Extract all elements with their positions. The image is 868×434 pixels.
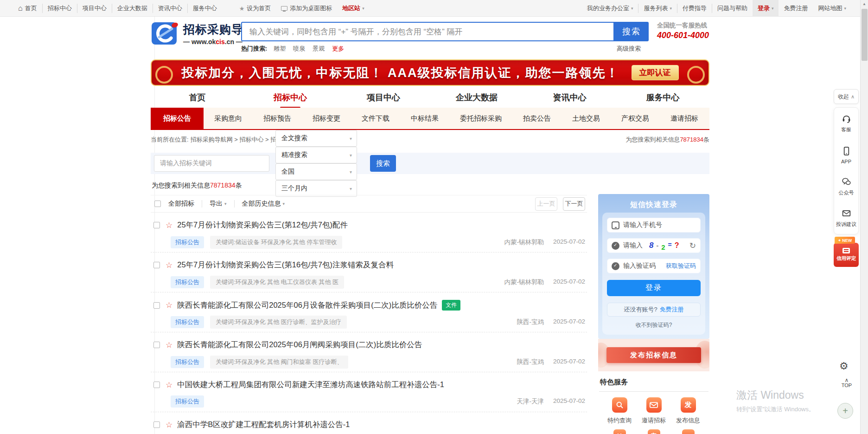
main-search-input[interactable]: 输入关键词，同时包含用 “+” 号隔开，分别包含用 “空格” 隔开	[241, 22, 614, 41]
star-icon[interactable]: ☆	[166, 341, 172, 349]
rail-item-0[interactable]: 客服	[834, 108, 858, 139]
star-icon[interactable]: ☆	[166, 301, 172, 309]
region-select[interactable]: 全国▾	[275, 163, 357, 180]
topbar-right-item-0[interactable]: 我的业务办公室▾	[582, 4, 638, 13]
sub-nav-item-0[interactable]: 招标公告	[151, 108, 204, 129]
service-item-2[interactable]: 发发布信息	[673, 397, 703, 425]
promo-banner[interactable]: 投标加分，入围无忧，中标无阻！ AAA级投标信用认证，助您一路领先！ 立即认证	[151, 59, 709, 86]
precise-search-select[interactable]: 精准搜索▾	[275, 147, 357, 163]
prev-page-button[interactable]: 上一页	[535, 197, 557, 211]
credit-rating-entry[interactable]: ✦NEW 信用评定	[834, 237, 859, 268]
main-nav-item-0[interactable]: 首页	[151, 90, 244, 108]
main-nav-item-1[interactable]: 招标中心	[244, 90, 337, 108]
filter-search-button[interactable]: 搜索	[370, 155, 396, 172]
export-menu[interactable]: 导出▾	[202, 200, 234, 207]
no-code-help-link[interactable]: 收不到验证码?	[607, 321, 701, 329]
page-scrollbar[interactable]: ▲	[860, 0, 868, 434]
row-checkbox[interactable]	[153, 222, 160, 228]
row-checkbox[interactable]	[153, 262, 160, 268]
sub-nav-item-9[interactable]: 产权交易	[611, 108, 660, 129]
sub-nav-item-5[interactable]: 中标结果	[400, 108, 449, 129]
service-item-0[interactable]: 特约查询	[605, 397, 634, 425]
topbar-right-item-2[interactable]: 付费指导	[677, 4, 712, 13]
advanced-search-link[interactable]: 高级搜索	[617, 45, 641, 53]
topbar-left-item-6[interactable]: 设为首页	[234, 4, 276, 13]
main-nav-item-4[interactable]: 资讯中心	[523, 90, 616, 108]
scrollbar-thumb[interactable]	[862, 9, 868, 61]
time-range-select[interactable]: 三个月内▾	[275, 180, 357, 197]
topbar-left-item-2[interactable]: 项目中心	[77, 4, 112, 13]
service-secondary-0[interactable]: V	[605, 429, 634, 434]
category-tag[interactable]: 招标公告	[171, 356, 204, 368]
topbar-left-item-8[interactable]: 地区站▾	[337, 4, 370, 13]
star-icon[interactable]: ☆	[166, 381, 172, 389]
select-all-checkbox[interactable]	[154, 201, 161, 207]
star-icon[interactable]: ☆	[166, 221, 172, 229]
rail-collapse-button[interactable]: 收起 ∧	[834, 89, 859, 104]
announcement-title-link[interactable]: 25年7月份计划物资采购公告三(第16包/共7包)注浆锚索及复合料	[177, 260, 394, 270]
login-button[interactable]: 登录	[607, 280, 701, 296]
sub-nav-item-10[interactable]: 邀请招标	[660, 108, 709, 129]
certify-now-button[interactable]: 立即认证	[632, 65, 679, 80]
announcement-title-link[interactable]: 25年7月份计划物资采购公告三(第12包/共7包)配件	[177, 220, 348, 230]
sub-nav-item-7[interactable]: 拍卖公告	[512, 108, 562, 129]
keyword-filter-input[interactable]: 请输入招标关键词	[154, 155, 269, 172]
topbar-right-item-6[interactable]: 网站地图▾	[813, 4, 851, 13]
topbar-left-item-5[interactable]: 服务中心	[187, 4, 222, 13]
topbar-left-item-4[interactable]: 资讯中心	[153, 4, 187, 13]
select-all-label[interactable]: 全部招标	[161, 200, 202, 207]
history-menu[interactable]: 全部历史信息▾	[234, 200, 293, 207]
settings-gear-icon[interactable]: ⚙	[839, 360, 849, 372]
service-secondary-2[interactable]	[673, 429, 703, 434]
main-nav-item-3[interactable]: 企业大数据	[430, 90, 523, 108]
announcement-title-link[interactable]: 渝西中学B区改扩建工程配套机房计算机补遗公告-1	[177, 420, 350, 430]
topbar-right-item-5[interactable]: 免费注册	[779, 4, 813, 13]
main-nav-item-5[interactable]: 服务中心	[616, 90, 709, 108]
sub-nav-item-2[interactable]: 招标预告	[253, 108, 302, 129]
row-checkbox[interactable]	[153, 302, 160, 309]
topbar-right-item-3[interactable]: 问题与帮助	[712, 4, 753, 13]
category-tag[interactable]: 招标公告	[171, 395, 204, 408]
register-link[interactable]: 免费注册	[660, 305, 684, 314]
rail-item-2[interactable]: 公众号	[834, 171, 858, 202]
sub-nav-item-1[interactable]: 采购意向	[204, 108, 253, 129]
sms-code-input[interactable]: 输入验证码 获取验证码	[607, 259, 701, 273]
main-search-button[interactable]: 搜索	[614, 22, 649, 41]
announcement-title-link[interactable]: 陕西长青能源化工有限公司2025年06月闸阀采购项目(二次)比质比价公告	[177, 340, 422, 350]
get-code-link[interactable]: 获取验证码	[666, 262, 696, 270]
topbar-left-item-3[interactable]: 企业大数据	[112, 4, 153, 13]
row-checkbox[interactable]	[153, 382, 160, 388]
service-secondary-1[interactable]: 定	[639, 429, 669, 434]
phone-input[interactable]: 请输入手机号	[607, 218, 701, 233]
fulltext-search-select[interactable]: 全文搜索▾	[275, 130, 357, 147]
rail-item-3[interactable]: 投诉建议	[834, 202, 858, 234]
topbar-left-item-0[interactable]: 首页	[13, 4, 42, 13]
main-nav-item-2[interactable]: 项目中心	[337, 90, 430, 108]
category-tag[interactable]: 招标公告	[171, 316, 204, 328]
publish-tender-button[interactable]: 发布招标信息	[606, 347, 701, 363]
row-checkbox[interactable]	[153, 421, 160, 428]
credit-rating-box[interactable]: 信用评定	[834, 243, 859, 267]
hot-keyword-2[interactable]: 景观	[313, 45, 325, 52]
captcha-refresh-icon[interactable]: ↻	[689, 241, 696, 251]
next-page-button[interactable]: 下一页	[563, 197, 585, 211]
sub-nav-item-6[interactable]: 委托招标采购	[449, 108, 512, 129]
category-tag[interactable]: 招标公告	[171, 276, 204, 288]
topbar-left-item-1[interactable]: 招标中心	[42, 4, 77, 13]
file-badge[interactable]: 文件	[442, 300, 460, 311]
topbar-right-item-4[interactable]: 登录▾	[753, 0, 779, 17]
rail-item-1[interactable]: APP	[834, 139, 858, 171]
announcement-title-link[interactable]: 中国铁建大桥工程局集团有限公司新建天津至潍坊高速铁路站前工程补遗公告-1	[177, 380, 444, 390]
topbar-left-item-7[interactable]: 添加为桌面图标	[276, 4, 337, 13]
scrollbar-up-arrow[interactable]: ▲	[861, 0, 868, 8]
sub-nav-item-4[interactable]: 文件下载	[351, 108, 400, 129]
hot-keyword-1[interactable]: 喷泉	[293, 45, 305, 52]
category-tag[interactable]: 招标公告	[171, 236, 204, 248]
star-icon[interactable]: ☆	[166, 421, 172, 429]
quick-add-button[interactable]: +	[837, 403, 853, 419]
star-icon[interactable]: ☆	[166, 261, 172, 269]
hot-more-link[interactable]: 更多	[332, 45, 344, 53]
sub-nav-item-3[interactable]: 招标变更	[302, 108, 351, 129]
service-item-1[interactable]: 邀请招标	[639, 397, 669, 425]
topbar-right-item-1[interactable]: 服务列表▾	[638, 4, 677, 13]
